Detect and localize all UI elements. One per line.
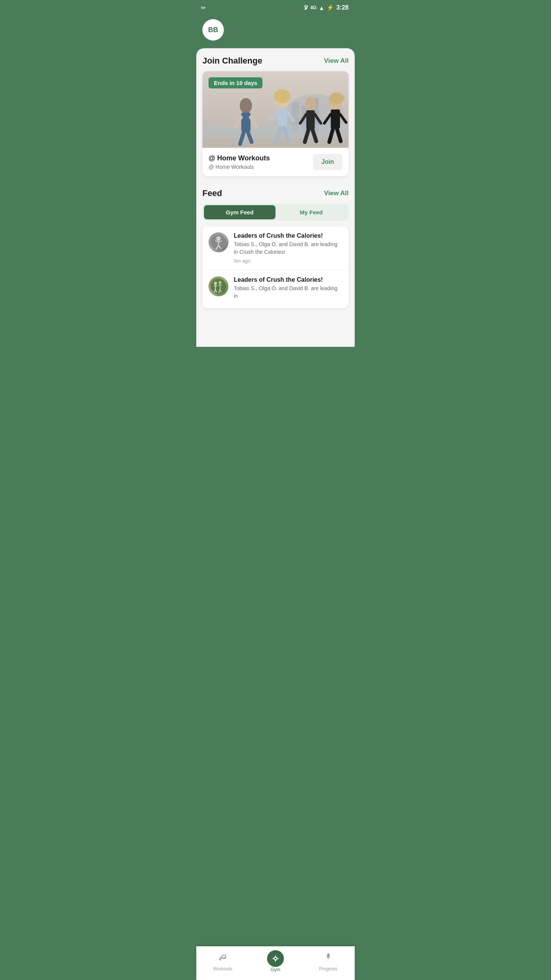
feed-item-desc-2: Tobias S., Olga O. and David B. are lead… xyxy=(234,285,342,300)
bluetooth-icon: ℣ xyxy=(304,5,308,11)
join-challenge-header: Join Challenge View All xyxy=(202,56,349,66)
feed-header: Feed View All xyxy=(202,188,349,198)
svg-rect-6 xyxy=(202,125,349,138)
avatar[interactable]: BB xyxy=(202,19,224,41)
feed-item-desc-1: Tobias S., Olga O. and David B. are lead… xyxy=(234,241,342,256)
network-indicator: 4G xyxy=(310,5,316,10)
feed-item[interactable]: Leaders of Crush the Calories! Tobias S.… xyxy=(202,226,349,270)
feed-item-title-1: Leaders of Crush the Calories! xyxy=(234,232,342,239)
time-display: 3:28 xyxy=(336,4,349,11)
tab-my-feed[interactable]: My Feed xyxy=(276,205,347,219)
svg-point-20 xyxy=(305,97,317,111)
feed-tabs: Gym Feed My Feed xyxy=(202,204,349,221)
ends-badge: Ends in 10 days xyxy=(209,77,262,88)
signal-icon: ▲ xyxy=(319,5,324,11)
feed-content-2: Leaders of Crush the Calories! Tobias S.… xyxy=(234,276,342,302)
battery-icon: ⚡ xyxy=(327,4,334,11)
status-right: ℣ 4G ▲ ⚡ 3:28 xyxy=(304,4,349,11)
svg-rect-8 xyxy=(241,113,251,132)
svg-point-7 xyxy=(240,98,252,113)
status-left: ✏ xyxy=(201,4,206,11)
feed-avatar-svg-2 xyxy=(211,279,226,294)
feed-avatar-1 xyxy=(209,232,228,252)
feed-section: Feed View All Gym Feed My Feed xyxy=(196,181,355,313)
svg-rect-21 xyxy=(306,110,315,129)
feed-list: Leaders of Crush the Calories! Tobias S.… xyxy=(202,226,349,308)
svg-point-27 xyxy=(329,92,345,104)
join-challenge-view-all[interactable]: View All xyxy=(324,57,349,65)
challenge-info: @ Home Workouts @ Home Workouts Join xyxy=(202,148,349,176)
feed-avatar-2 xyxy=(209,276,228,296)
main-content: Join Challenge View All xyxy=(196,48,355,347)
feed-title: Feed xyxy=(202,188,222,198)
challenge-text: @ Home Workouts @ Home Workouts xyxy=(209,154,270,170)
svg-point-47 xyxy=(218,281,222,284)
svg-rect-15 xyxy=(278,108,287,128)
feed-view-all[interactable]: View All xyxy=(324,189,349,197)
status-bar: ✏ ℣ 4G ▲ ⚡ 3:28 xyxy=(196,0,355,15)
feed-content-1: Leaders of Crush the Calories! Tobias S.… xyxy=(234,232,342,264)
challenge-sub: @ Home Workouts xyxy=(209,164,270,170)
svg-rect-28 xyxy=(331,109,340,129)
header: BB xyxy=(196,15,355,48)
svg-point-40 xyxy=(211,279,226,294)
clipboard-icon: ✏ xyxy=(201,4,206,11)
join-challenge-title: Join Challenge xyxy=(202,56,262,66)
svg-point-41 xyxy=(214,282,217,285)
challenge-image: Ends in 10 days xyxy=(202,71,349,148)
challenge-name: @ Home Workouts xyxy=(209,154,270,162)
feed-item-time-1: 0m ago xyxy=(234,258,342,264)
join-challenge-section: Join Challenge View All xyxy=(196,48,355,181)
feed-item-title-2: Leaders of Crush the Calories! xyxy=(234,276,342,283)
challenge-card: Ends in 10 days @ Home Workouts @ Home W… xyxy=(202,71,349,176)
feed-item-2[interactable]: Leaders of Crush the Calories! Tobias S.… xyxy=(202,270,349,308)
svg-point-14 xyxy=(274,89,291,103)
feed-avatar-svg-1 xyxy=(211,235,226,250)
join-button[interactable]: Join xyxy=(313,154,342,170)
svg-point-34 xyxy=(216,236,221,241)
tab-gym-feed[interactable]: Gym Feed xyxy=(204,205,276,219)
